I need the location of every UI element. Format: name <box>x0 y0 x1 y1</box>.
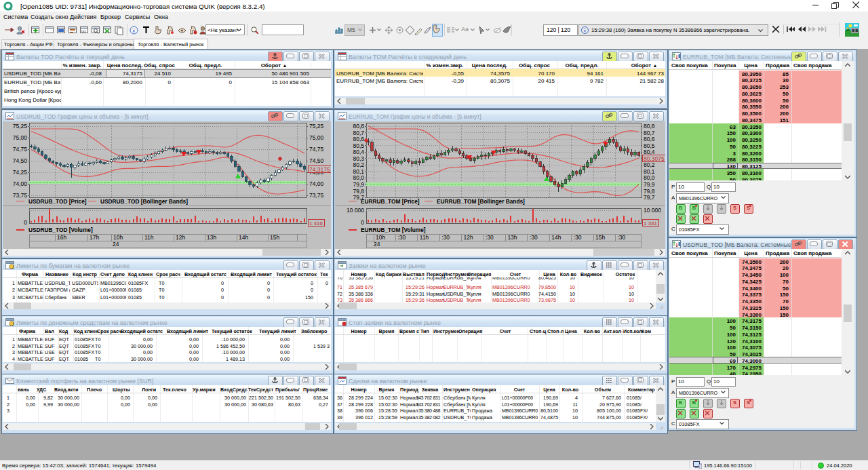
svg-text:12h: 12h <box>176 234 185 241</box>
svg-text:USDRUB_TOD [Bollinger Bands]: USDRUB_TOD [Bollinger Bands] <box>100 198 188 205</box>
svg-text:24: 24 <box>113 241 119 248</box>
svg-text:10h: 10h <box>376 234 385 241</box>
svg-text:75,25: 75,25 <box>309 123 324 130</box>
svg-text::30: :30 <box>441 234 450 241</box>
svg-text:75,25: 75,25 <box>13 123 28 130</box>
svg-text:80,7: 80,7 <box>644 130 655 136</box>
svg-text:10 000: 10 000 <box>644 207 661 214</box>
svg-text:17h: 17h <box>90 234 99 241</box>
svg-text:0: 0 <box>24 219 27 226</box>
svg-text:1 416: 1 416 <box>309 220 323 227</box>
svg-text:10h: 10h <box>113 234 123 241</box>
svg-text:74,00: 74,00 <box>13 180 28 187</box>
svg-text:16h: 16h <box>57 234 66 241</box>
svg-text:USDRUB_TOD [Volume]: USDRUB_TOD [Volume] <box>28 227 93 233</box>
svg-text:79,7: 79,7 <box>644 194 655 201</box>
svg-text:80,2: 80,2 <box>353 161 364 168</box>
svg-text:73,75: 73,75 <box>13 192 28 199</box>
svg-text:80,3: 80,3 <box>353 155 364 162</box>
svg-text:79,9: 79,9 <box>353 181 364 188</box>
svg-text:13h: 13h <box>207 234 216 241</box>
svg-text::30: :30 <box>397 234 406 241</box>
svg-text:14h: 14h <box>239 234 248 241</box>
svg-text:EURRUB_TOM [Price]: EURRUB_TOM [Price] <box>361 198 420 205</box>
svg-text:74,50: 74,50 <box>13 157 28 164</box>
svg-text:79,9: 79,9 <box>644 181 655 188</box>
svg-text::30: :30 <box>574 234 582 241</box>
svg-text:24: 24 <box>374 241 380 248</box>
svg-text:80,5: 80,5 <box>353 142 364 149</box>
svg-text:15h: 15h <box>270 234 279 241</box>
svg-text:11h: 11h <box>144 234 154 241</box>
svg-text:79,8: 79,8 <box>644 188 655 195</box>
svg-text:80,6: 80,6 <box>353 136 364 142</box>
svg-text:80,6: 80,6 <box>644 136 655 142</box>
svg-text:74,25: 74,25 <box>13 169 28 176</box>
svg-text:75,00: 75,00 <box>309 134 324 141</box>
svg-text:80,0: 80,0 <box>353 174 364 181</box>
svg-text:80,3075: 80,3075 <box>644 155 665 162</box>
svg-text:79,8: 79,8 <box>353 188 364 195</box>
svg-text:74,3175: 74,3175 <box>309 166 330 173</box>
svg-text:15h: 15h <box>595 234 605 241</box>
svg-text:1 331: 1 331 <box>644 220 658 227</box>
svg-text:80,5: 80,5 <box>644 142 655 149</box>
svg-text:13h: 13h <box>507 234 517 241</box>
svg-text::30: :30 <box>617 234 625 241</box>
svg-text:10 000: 10 000 <box>347 207 364 214</box>
svg-text:80,1: 80,1 <box>644 168 655 175</box>
svg-text:txt: txt <box>81 29 86 33</box>
svg-text:12h: 12h <box>464 234 473 241</box>
svg-text:80,1: 80,1 <box>353 168 364 175</box>
svg-text:0: 0 <box>361 219 364 226</box>
svg-text:80,7: 80,7 <box>353 130 364 136</box>
svg-text:14h: 14h <box>551 234 561 241</box>
svg-text:73,75: 73,75 <box>309 192 324 199</box>
svg-text:74,50: 74,50 <box>309 157 324 164</box>
svg-text:80,2: 80,2 <box>644 161 655 168</box>
svg-text:74,75: 74,75 <box>13 146 28 153</box>
svg-text:EURRUB_TOM [Volume]: EURRUB_TOM [Volume] <box>361 227 426 233</box>
svg-text::30: :30 <box>486 234 494 241</box>
svg-text:74,00: 74,00 <box>309 180 324 187</box>
svg-text::30: :30 <box>530 234 538 241</box>
svg-text:80,0: 80,0 <box>644 174 655 181</box>
svg-text:75,00: 75,00 <box>13 134 28 141</box>
svg-text:80,8: 80,8 <box>353 123 364 130</box>
svg-text:80,8: 80,8 <box>644 123 655 130</box>
svg-text:74,75: 74,75 <box>309 146 324 153</box>
svg-text:USDRUB_TOD [Price]: USDRUB_TOD [Price] <box>28 198 87 205</box>
svg-text:80,4: 80,4 <box>353 149 364 155</box>
svg-text:11h: 11h <box>420 234 429 241</box>
svg-text:EURRUB_TOM [Bollinger Bands]: EURRUB_TOM [Bollinger Bands] <box>437 198 525 205</box>
